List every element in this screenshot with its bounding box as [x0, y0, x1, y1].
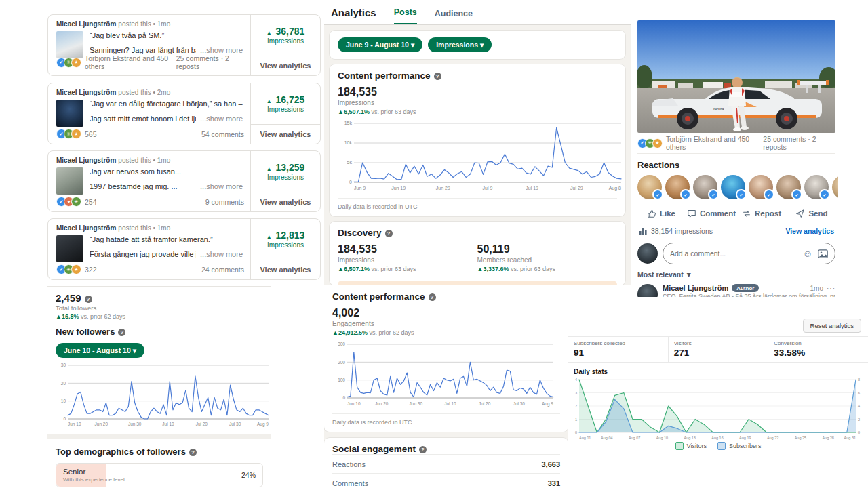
reactor-avatar[interactable]: ✳	[832, 175, 838, 199]
comment-sort-selector[interactable]: Most relevant ▼	[637, 270, 835, 279]
send-button[interactable]: Send	[787, 209, 837, 218]
comment-repost-counts[interactable]: 54 comments	[201, 130, 244, 138]
insightful-reaction-icon: ★	[71, 129, 81, 139]
like-badge-icon: ✔	[791, 189, 802, 200]
analytics-title: Analytics	[331, 7, 376, 24]
help-icon[interactable]: ?	[434, 73, 441, 80]
post-text-line2: Första gången jag provade ville jag bara…	[90, 250, 196, 259]
comment-button[interactable]: Comment	[686, 209, 736, 218]
svg-text:2: 2	[858, 418, 860, 422]
svg-text:6: 6	[858, 391, 860, 395]
comment-menu-icon[interactable]: ···	[827, 285, 835, 292]
post-text-line1: “Jag hatade att stå framför kameran.”	[90, 235, 243, 244]
comment-repost-counts[interactable]: 24 comments	[201, 266, 244, 274]
svg-text:Jul 10: Jul 10	[444, 401, 456, 406]
commenter-name[interactable]: Micael Ljungström	[663, 284, 728, 292]
date-range-pill[interactable]: June 10 - August 10 ▾	[56, 343, 144, 358]
svg-text:Aug 13: Aug 13	[684, 436, 695, 440]
impressions-value: ▲ 12,813	[267, 230, 305, 241]
reactor-avatar[interactable]: ✔	[776, 175, 801, 199]
social-proof-text[interactable]: 322	[85, 266, 97, 274]
analytics-page: Analytics Posts Audience June 9 - August…	[324, 0, 631, 285]
post-impressions-text: 38,154 impressions	[651, 227, 713, 235]
reaction-icons: ✔♥✳	[56, 197, 81, 207]
reaction-icons: ✔✳★	[56, 58, 81, 68]
date-range-pill[interactable]: June 9 - August 10 ▾	[338, 37, 422, 52]
tab-audience[interactable]: Audience	[435, 9, 473, 24]
post-photo[interactable]: ferrita	[637, 20, 835, 133]
svg-text:Aug 22: Aug 22	[767, 436, 778, 440]
svg-text:Aug 8: Aug 8	[609, 186, 621, 191]
svg-text:Jun 30: Jun 30	[128, 422, 142, 426]
visitors-legend-swatch	[675, 442, 684, 450]
help-icon[interactable]: ?	[419, 446, 427, 453]
view-analytics-button[interactable]: View analytics	[251, 260, 320, 279]
post-meta: posted this • 1mo	[118, 20, 170, 28]
emoji-icon[interactable]: ☺	[803, 248, 812, 259]
help-icon[interactable]: ?	[385, 230, 393, 237]
post-row-4[interactable]: Micael Ljungströmposted this • 1mo “Jag …	[47, 218, 321, 280]
view-analytics-button[interactable]: View analytics	[251, 124, 320, 144]
reactor-avatar[interactable]: ✔	[749, 175, 773, 199]
post-social-row: ✔✳★ Torbjörn Ekstrand and 450 others 25 …	[637, 134, 835, 154]
svg-text:Aug 04: Aug 04	[601, 436, 612, 440]
social-proof-text[interactable]: 254	[85, 198, 97, 206]
svg-text:Jul 30: Jul 30	[513, 401, 526, 406]
reactor-avatar[interactable]: ✔	[721, 175, 745, 199]
like-button[interactable]: Like	[636, 209, 686, 218]
repost-button[interactable]: Repost	[736, 209, 787, 218]
engagements-chart: 0100200300Jun 10Jun 20Jun 30Jul 10Jul 20…	[332, 340, 559, 407]
reactor-avatar[interactable]: ✔	[637, 175, 662, 199]
comment-input[interactable]: Add a comment... ☺	[663, 243, 835, 264]
reactor-avatar[interactable]: ✔	[804, 175, 829, 199]
comment-bubble-icon	[687, 209, 696, 218]
reset-analytics-button[interactable]: Reset analytics	[803, 319, 861, 333]
svg-text:Jun 20: Jun 20	[95, 422, 108, 426]
view-analytics-button[interactable]: View analytics	[251, 192, 320, 211]
comment-repost-counts[interactable]: 25 comments · 2 reposts	[176, 54, 244, 70]
demographic-sub: With this experience level	[63, 476, 125, 483]
comment-item: Micael Ljungström Author 1mo ··· CEO, Fe…	[637, 284, 835, 297]
image-icon[interactable]	[818, 249, 828, 258]
social-proof-text[interactable]: Torbjörn Ekstrand and 450 others	[85, 54, 176, 70]
commenter-avatar[interactable]	[637, 284, 658, 297]
svg-text:Jul 10: Jul 10	[162, 422, 174, 426]
help-icon[interactable]: ?	[189, 449, 197, 456]
impressions-total-label: Impressions	[338, 99, 617, 106]
social-engagement-card: Social engagement? Reactions3,663 Commen…	[324, 438, 568, 488]
post-meta: posted this • 1mo	[118, 224, 170, 232]
social-proof-text[interactable]: 565	[85, 130, 97, 138]
analytics-page-engagements: Content performance? 4,002 Engagements ▲…	[324, 285, 568, 488]
comment-repost-counts[interactable]: 25 comments · 2 reposts	[763, 135, 835, 151]
svg-text:10: 10	[61, 399, 66, 403]
up-arrow-icon: ▲	[267, 234, 272, 240]
svg-text:0: 0	[858, 430, 860, 434]
post-row-1[interactable]: Micael Ljungströmposted this • 1mo “Jag …	[47, 14, 321, 76]
help-icon[interactable]: ?	[429, 293, 436, 301]
comments-row: Comments331	[332, 473, 560, 488]
post-row-2[interactable]: Micael Ljungströmposted this • 2mo “Jag …	[47, 83, 321, 144]
svg-text:0: 0	[342, 395, 345, 400]
show-more-link[interactable]: ...show more	[200, 115, 243, 123]
show-more-link[interactable]: ...show more	[200, 250, 243, 259]
svg-text:Jun 29: Jun 29	[436, 186, 450, 190]
reaction-icons: ✔✳★	[56, 264, 81, 274]
post-row-3[interactable]: Micael Ljungströmposted this • 1mo Jag v…	[47, 150, 321, 212]
view-analytics-button[interactable]: View analytics	[251, 56, 320, 75]
content-performance-card: Content performance? 184,535 Impressions…	[330, 64, 625, 216]
comment-repost-counts[interactable]: 9 comments	[205, 198, 244, 206]
help-icon[interactable]: ?	[118, 329, 125, 336]
commenter-headline: CEO, Ferrita Sweden AB - Få 35 års lärdo…	[663, 293, 835, 297]
visitors-stat: Visitors 271	[668, 337, 768, 362]
social-proof-text[interactable]: Torbjörn Ekstrand and 450 others	[666, 135, 763, 151]
help-icon[interactable]: ?	[85, 296, 92, 303]
subscribers-legend-swatch	[717, 442, 726, 450]
post-text-line2: 1997 bestämde jag mig. ...	[90, 182, 178, 191]
metric-pill[interactable]: Impressions ▾	[428, 37, 492, 52]
show-more-link[interactable]: ...show more	[200, 182, 243, 191]
reactor-avatar[interactable]: ✔	[665, 175, 690, 199]
view-analytics-link[interactable]: View analytics	[785, 227, 834, 235]
reactor-avatar[interactable]: ✔	[693, 175, 717, 199]
tab-posts[interactable]: Posts	[394, 7, 417, 24]
demographic-name: Senior	[63, 468, 125, 476]
